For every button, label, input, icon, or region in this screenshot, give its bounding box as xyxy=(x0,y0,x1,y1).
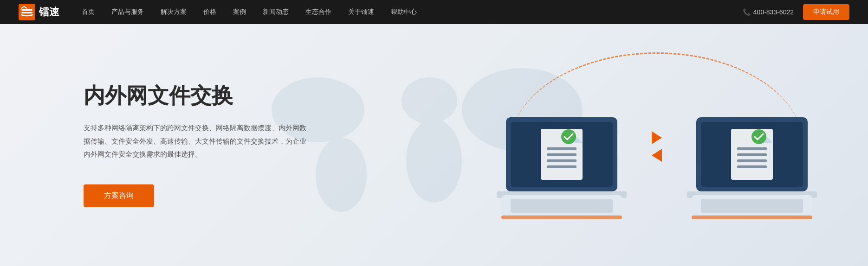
nav-ecosystem[interactable]: 生态合作 xyxy=(305,8,331,16)
svg-rect-26 xyxy=(737,165,767,168)
svg-rect-18 xyxy=(511,199,613,213)
svg-rect-23 xyxy=(737,147,767,150)
svg-rect-30 xyxy=(701,199,803,213)
svg-rect-13 xyxy=(547,159,577,162)
svg-point-3 xyxy=(316,138,367,212)
svg-rect-19 xyxy=(501,215,622,219)
logo[interactable]: 镭速 xyxy=(19,4,59,20)
arrows-middle xyxy=(652,131,662,162)
arrow-right-icon xyxy=(652,131,662,144)
nav-solutions[interactable]: 解决方案 xyxy=(161,8,187,16)
svg-rect-1 xyxy=(21,12,32,13)
svg-rect-12 xyxy=(547,153,577,156)
svg-rect-24 xyxy=(737,153,767,156)
navbar: 镭速 首页 产品与服务 解决方案 价格 案例 新闻动态 生态合作 关于镭速 帮助… xyxy=(0,0,868,24)
logo-icon xyxy=(19,4,35,20)
nav-products[interactable]: 产品与服务 xyxy=(111,8,144,16)
nav-links: 首页 产品与服务 解决方案 价格 案例 新闻动态 生态合作 关于镭速 帮助中心 xyxy=(82,8,417,16)
laptop-left-svg xyxy=(497,108,627,228)
hero-content: 内外网文件交换 支持多种网络隔离架构下的跨网文件交换、网络隔离数据摆渡、内外网数… xyxy=(0,83,306,207)
svg-rect-14 xyxy=(547,165,577,168)
laptop-right-svg xyxy=(687,108,817,228)
arrow-left-icon xyxy=(652,149,662,162)
svg-rect-25 xyxy=(737,159,767,162)
nav-right: 📞 400-833-6022 申请试用 xyxy=(743,4,849,20)
svg-rect-11 xyxy=(547,147,577,150)
laptop-left xyxy=(497,108,627,228)
hero-section: 内外网文件交换 支持多种网络隔离架构下的跨网文件交换、网络隔离数据摆渡、内外网数… xyxy=(0,24,868,266)
svg-rect-0 xyxy=(21,9,32,11)
laptop-right xyxy=(687,108,817,228)
nav-news[interactable]: 新闻动态 xyxy=(263,8,289,16)
logo-svg xyxy=(20,6,33,19)
svg-point-5 xyxy=(406,119,462,203)
svg-point-27 xyxy=(751,129,766,144)
trial-button[interactable]: 申请试用 xyxy=(803,4,849,20)
nav-price[interactable]: 价格 xyxy=(203,8,216,16)
svg-point-15 xyxy=(561,129,576,144)
nav-about[interactable]: 关于镭速 xyxy=(348,8,374,16)
phone-icon: 📞 xyxy=(743,8,751,16)
svg-point-4 xyxy=(402,77,457,124)
hero-illustration xyxy=(483,48,831,242)
nav-home[interactable]: 首页 xyxy=(82,8,95,16)
svg-rect-31 xyxy=(692,215,812,219)
nav-help[interactable]: 帮助中心 xyxy=(391,8,417,16)
phone-number: 📞 400-833-6022 xyxy=(743,8,794,16)
consult-button[interactable]: 方案咨询 xyxy=(84,184,154,207)
nav-cases[interactable]: 案例 xyxy=(233,8,246,16)
nav-left: 镭速 首页 产品与服务 解决方案 价格 案例 新闻动态 生态合作 关于镭速 帮助… xyxy=(19,4,417,20)
hero-title: 内外网文件交换 xyxy=(84,83,306,108)
hero-description: 支持多种网络隔离架构下的跨网文件交换、网络隔离数据摆渡、内外网数据传输、文件安全… xyxy=(84,121,306,161)
logo-text: 镭速 xyxy=(39,5,59,19)
